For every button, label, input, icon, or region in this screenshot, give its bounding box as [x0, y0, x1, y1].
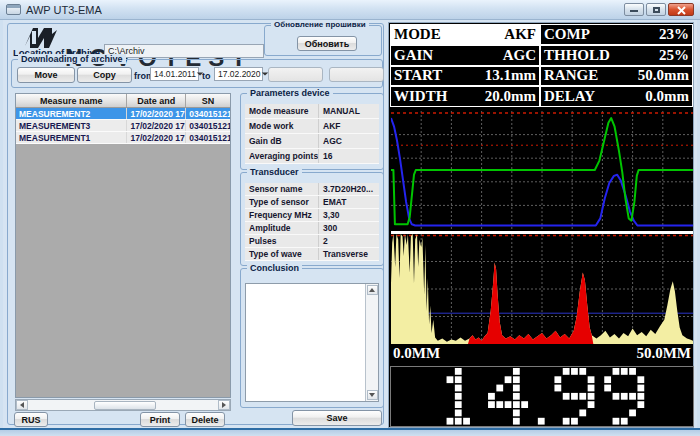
- property-label: Type of sensor: [245, 196, 319, 208]
- property-row: Amplitude300: [245, 222, 379, 235]
- table-row[interactable]: MEASUREMENT317/02/2020 17:270340151219: [16, 120, 230, 132]
- print-button[interactable]: Print: [140, 412, 180, 427]
- app-icon: [6, 4, 21, 15]
- instrument-param-cell: MODEAKF: [390, 24, 540, 45]
- from-date-value: 14.01.2011: [154, 69, 196, 79]
- window-title: AWP UT3-EMA: [26, 4, 102, 16]
- property-row: Pulses2: [245, 235, 379, 248]
- property-value: 300: [319, 222, 379, 234]
- property-row: Gain dBAGC: [245, 134, 379, 149]
- thickness-readout: [390, 366, 694, 427]
- download-group-label: Downloading of archive: [18, 54, 126, 64]
- parameters-device-label: Parameters device: [247, 88, 333, 98]
- from-date-select[interactable]: 14.01.2011: [150, 67, 199, 81]
- table-cell: 17/02/2020 17:27: [127, 108, 186, 119]
- rus-button[interactable]: RUS: [14, 412, 48, 427]
- property-label: Frequency MHz: [245, 209, 319, 221]
- conclusion-vscrollbar[interactable]: [365, 284, 378, 401]
- instrument-param-value: AKF: [504, 26, 536, 43]
- location-field[interactable]: C:\Archiv: [104, 44, 264, 58]
- instrument-param-value: 23%: [659, 26, 689, 43]
- instrument-param-value: 20.0mm: [485, 88, 536, 105]
- property-label: Mode measure: [245, 104, 319, 118]
- property-label: Pulses: [245, 235, 319, 247]
- chevron-down-icon: [261, 72, 267, 75]
- property-row: Frequency MHz3,30: [245, 209, 379, 222]
- close-icon: [677, 6, 686, 15]
- property-value: EMAT: [319, 196, 379, 208]
- scroll-down-button[interactable]: [367, 390, 378, 400]
- instrument-param-label: MODE: [394, 26, 441, 43]
- instrument-param-cell: GAINAGC: [390, 45, 540, 66]
- instrument-param-cell: COMP23%: [540, 24, 693, 45]
- correlation-chart: [391, 111, 693, 233]
- table-hscrollbar[interactable]: [15, 399, 231, 411]
- column-header[interactable]: Date and time: [127, 94, 186, 107]
- table-cell: 0340151219: [186, 120, 230, 131]
- move-button[interactable]: Move: [17, 67, 75, 83]
- instrument-param-label: WIDTH: [394, 88, 447, 105]
- property-value: Transverse: [319, 248, 379, 260]
- measure-table-header[interactable]: Measure nameDate and timeSN: [16, 94, 230, 108]
- scroll-right-button[interactable]: [218, 400, 230, 410]
- property-row: Mode workAKF: [245, 119, 379, 134]
- save-button[interactable]: Save: [292, 410, 382, 426]
- scale-bar: 0.0MM 50.0MM: [391, 345, 693, 363]
- copy-button[interactable]: Copy: [77, 67, 132, 83]
- column-header[interactable]: Measure name: [16, 94, 127, 107]
- scroll-up-button[interactable]: [367, 285, 378, 295]
- instrument-param-label: START: [394, 67, 442, 84]
- transducer-rows: Sensor name3.7D20H20...Type of sensorEMA…: [245, 183, 379, 261]
- property-row: Averaging points16: [245, 149, 379, 164]
- property-value: 2: [319, 235, 379, 247]
- table-cell: 0340151219: [186, 108, 230, 119]
- scale-left-label: 0.0MM: [393, 345, 440, 363]
- close-button[interactable]: [668, 3, 694, 16]
- to-label: to: [202, 71, 211, 81]
- disabled-button-1: [268, 67, 323, 82]
- property-value: AKF: [319, 119, 379, 133]
- instrument-param-label: GAIN: [394, 47, 433, 64]
- table-cell: 17/02/2020 17:27: [127, 120, 186, 131]
- scroll-left-button[interactable]: [16, 400, 28, 410]
- conclusion-textarea[interactable]: [245, 283, 379, 402]
- property-label: Sensor name: [245, 183, 319, 195]
- property-label: Amplitude: [245, 222, 319, 234]
- transducer-label: Transducer: [247, 167, 302, 177]
- instrument-param-label: RANGE: [544, 67, 598, 84]
- ascan-chart: [391, 234, 693, 348]
- disabled-button-2: [329, 67, 384, 82]
- to-date-value: 17.02.2020: [218, 69, 261, 79]
- arrow-left-icon: [20, 402, 24, 408]
- conclusion-label: Conclusion: [247, 263, 302, 273]
- title-bar: AWP UT3-EMA: [0, 0, 700, 20]
- instrument-param-value: 50.0mm: [638, 67, 689, 84]
- column-header[interactable]: SN: [186, 94, 230, 107]
- property-row: Sensor name3.7D20H20...: [245, 183, 379, 196]
- scroll-thumb[interactable]: [94, 401, 156, 410]
- table-row[interactable]: MEASUREMENT117/02/2020 17:250340151219: [16, 132, 230, 144]
- arrow-down-icon: [369, 393, 375, 397]
- property-label: Gain dB: [245, 134, 319, 148]
- delete-button[interactable]: Delete: [185, 412, 225, 427]
- minimize-button[interactable]: [624, 3, 644, 16]
- maximize-button[interactable]: [646, 3, 666, 16]
- property-row: Mode measureMANUAL: [245, 104, 379, 119]
- property-value: 3,30: [319, 209, 379, 221]
- property-label: Averaging points: [245, 149, 319, 163]
- property-row: Type of sensorEMAT: [245, 196, 379, 209]
- instrument-param-label: DELAY: [544, 88, 595, 105]
- instrument-param-value: 25%: [659, 47, 689, 64]
- instrument-param-cell: DELAY0.0mm: [540, 86, 693, 107]
- instrument-param-value: 13.1mm: [485, 67, 536, 84]
- property-value: MANUAL: [319, 104, 379, 118]
- table-row[interactable]: MEASUREMENT217/02/2020 17:270340151219: [16, 108, 230, 120]
- property-value: 3.7D20H20...: [319, 183, 379, 195]
- firmware-update-button[interactable]: Обновить: [297, 36, 357, 51]
- table-cell: MEASUREMENT1: [16, 132, 127, 143]
- instrument-param-label: THHOLD: [544, 47, 610, 64]
- instrument-param-cell: THHOLD25%: [540, 45, 693, 66]
- instrument-param-label: COMP: [544, 26, 590, 43]
- firmware-group: Обновление прошивки Обновить: [264, 25, 382, 56]
- to-date-select[interactable]: 17.02.2020: [214, 67, 263, 81]
